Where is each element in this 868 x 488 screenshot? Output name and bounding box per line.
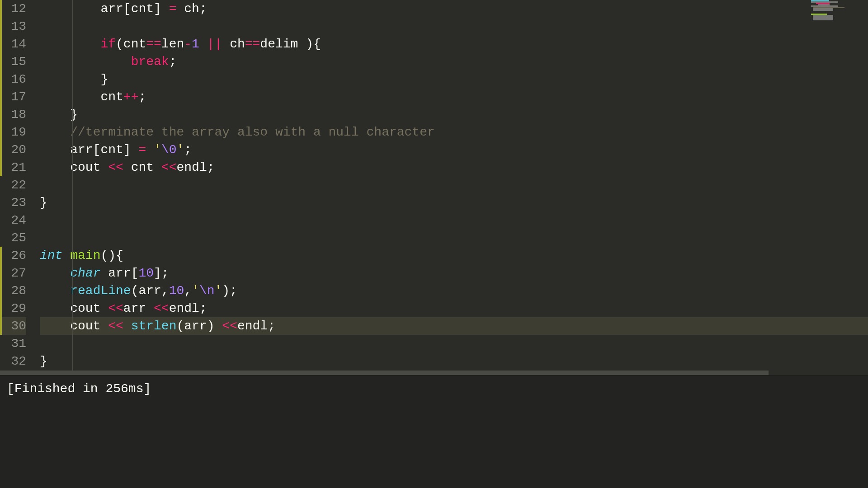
line-number: 18 [0,106,26,123]
code-line[interactable]: } [40,352,868,370]
line-number: 20 [0,141,26,159]
line-number: 27 [0,264,26,282]
code-line[interactable]: char arr[10]; [40,264,868,282]
code-area[interactable]: arr[cnt] = ch; if(cnt==len-1 || ch==deli… [31,0,868,371]
line-number: 12 [0,0,26,18]
code-line[interactable]: cout << cnt <<endl; [40,159,868,176]
code-line[interactable]: arr[cnt] = '\0'; [40,141,868,159]
line-number: 24 [0,211,26,229]
code-line[interactable]: cout <<arr <<endl; [40,300,868,317]
line-number: 13 [0,18,26,35]
line-number: 19 [0,123,26,141]
code-line[interactable]: break; [40,53,868,70]
line-number: 31 [0,335,26,352]
code-editor[interactable]: 1213141516171819202122232425262728293031… [0,0,868,371]
code-line[interactable] [40,211,868,229]
line-number: 23 [0,194,26,211]
line-number: 16 [0,70,26,88]
code-line[interactable]: cout << strlen(arr) <<endl; [40,317,868,335]
code-line[interactable]: } [40,194,868,211]
code-line[interactable]: int main(){ [40,247,868,264]
line-number: 21 [0,159,26,176]
build-status-text: [Finished in 256ms] [7,380,861,398]
code-line[interactable]: //terminate the array also with a null c… [40,123,868,141]
line-number: 28 [0,282,26,300]
line-number-gutter: 1213141516171819202122232425262728293031… [0,0,31,371]
line-number: 30 [0,317,26,335]
code-line[interactable]: } [40,106,868,123]
line-number: 22 [0,176,26,194]
code-line[interactable]: arr[cnt] = ch; [40,0,868,18]
code-line[interactable]: if(cnt==len-1 || ch==delim ){ [40,35,868,53]
line-number: 25 [0,229,26,247]
line-number: 15 [0,53,26,70]
fold-guide [72,0,73,371]
build-output-panel[interactable]: [Finished in 256ms] [0,375,868,488]
code-line[interactable] [40,335,868,352]
code-line[interactable] [40,18,868,35]
line-number: 29 [0,300,26,317]
horizontal-scrollbar[interactable] [0,371,868,375]
line-number: 14 [0,35,26,53]
code-line[interactable] [40,229,868,247]
line-number: 17 [0,88,26,106]
line-number: 26 [0,247,26,264]
code-line[interactable]: readLine(arr,10,'\n'); [40,282,868,300]
code-line[interactable] [40,176,868,194]
code-line[interactable]: } [40,70,868,88]
minimap[interactable] [809,0,868,41]
scrollbar-thumb[interactable] [0,371,769,375]
code-line[interactable]: cnt++; [40,88,868,106]
line-number: 32 [0,352,26,370]
